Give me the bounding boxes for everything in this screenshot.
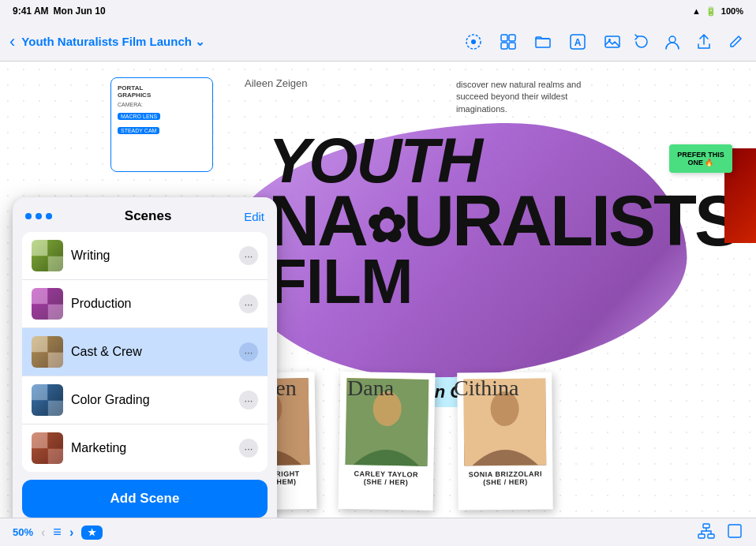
toolbar-right <box>630 31 747 53</box>
grid-icon[interactable] <box>497 31 519 53</box>
scene-item-color-grading[interactable]: Color Grading ··· <box>22 376 268 424</box>
list-icon[interactable]: ≡ <box>53 524 62 540</box>
scene-name-color-grading: Color Grading <box>71 393 231 407</box>
cast-name-2: CARLEY TAYLOR(SHE / HER) <box>345 469 427 487</box>
scene-item-writing[interactable]: Writing ··· <box>22 232 268 280</box>
film-title-naturalists: NA✿URALISTS <box>268 189 739 253</box>
scene-thumb-production <box>32 288 63 320</box>
description-text: discover new natural realms and succeed … <box>456 79 582 115</box>
scenes-dot-2 <box>36 213 42 219</box>
star-badge[interactable]: ★ <box>81 525 103 540</box>
film-title-film: FILM <box>268 253 739 310</box>
scenes-dot-1 <box>25 213 32 219</box>
zoom-level[interactable]: 50% <box>13 526 33 538</box>
bottom-bar-right <box>698 522 743 543</box>
sticky-note: PREFER THIS ONE 🔥 <box>669 144 732 173</box>
svg-rect-19 <box>708 534 714 538</box>
svg-rect-5 <box>509 43 515 49</box>
svg-rect-3 <box>509 35 515 41</box>
text-icon[interactable]: A <box>567 31 589 53</box>
scenes-panel: Scenes Edit Writing ··· <box>13 197 277 529</box>
toolbar-left: ‹ Youth Naturalists Film Launch ⌄ <box>9 32 456 52</box>
toolbar-center: A <box>462 31 623 53</box>
signature-2: Dana <box>347 376 394 401</box>
scene-item-marketing[interactable]: Marketing ··· <box>22 424 268 472</box>
svg-rect-2 <box>501 35 507 41</box>
scene-item-cast-crew[interactable]: Cast & Crew ··· <box>22 328 268 376</box>
bottom-bar: 50% ‹ ≡ › ★ <box>0 518 756 546</box>
sticky-note-text: PREFER THIS ONE 🔥 <box>677 151 724 166</box>
hierarchy-icon[interactable] <box>698 522 715 543</box>
status-bar-left: 9:41 AM Mon Jun 10 <box>13 6 106 17</box>
scenes-list: Writing ··· Production ··· <box>22 232 268 472</box>
scene-more-cast-crew[interactable]: ··· <box>239 342 258 361</box>
canvas-card-1: PORTALGRAPHICS CAMERA: MACRO LENS STEADY… <box>110 77 213 172</box>
back-button[interactable]: ‹ <box>9 32 15 52</box>
image-icon[interactable] <box>601 31 623 53</box>
next-page-button[interactable]: › <box>69 525 73 540</box>
name-label: Aileen Zeigen <box>245 77 308 89</box>
folder-icon[interactable] <box>532 31 554 53</box>
scene-more-marketing[interactable]: ··· <box>239 439 258 458</box>
scenes-edit-button[interactable]: Edit <box>244 210 264 223</box>
share-icon[interactable] <box>693 31 715 53</box>
scenes-header: Scenes Edit <box>13 197 277 232</box>
status-date: Mon Jun 10 <box>54 6 106 17</box>
square-icon[interactable] <box>726 522 743 543</box>
bottom-bar-left: 50% ‹ ≡ › ★ <box>13 524 103 540</box>
status-bar-right: ▲ 🔋 100% <box>692 6 743 17</box>
svg-rect-18 <box>698 534 705 538</box>
scene-name-marketing: Marketing <box>71 441 231 455</box>
status-bar: 9:41 AM Mon Jun 10 ▲ 🔋 100% <box>0 0 756 22</box>
project-title: Youth Naturalists Film Launch <box>21 35 192 48</box>
scene-more-color-grading[interactable]: ··· <box>239 391 258 410</box>
people-icon[interactable] <box>661 31 683 53</box>
add-scene-button[interactable]: Add Scene <box>22 480 268 518</box>
toolbar-title: Youth Naturalists Film Launch ⌄ <box>21 35 205 49</box>
scene-name-production: Production <box>71 297 231 311</box>
svg-rect-8 <box>605 36 619 47</box>
scene-more-writing[interactable]: ··· <box>239 246 258 265</box>
scene-item-production[interactable]: Production ··· <box>22 280 268 328</box>
pencil-icon[interactable] <box>724 31 747 53</box>
svg-rect-20 <box>728 525 741 537</box>
scene-thumb-writing <box>32 240 63 271</box>
svg-text:A: A <box>574 37 582 48</box>
battery-icon: 🔋 <box>705 6 717 17</box>
scene-thumb-color-grading <box>32 384 63 416</box>
status-time: 9:41 AM <box>13 6 49 17</box>
svg-point-10 <box>669 36 676 43</box>
scenes-dots <box>25 213 52 219</box>
toolbar: ‹ Youth Naturalists Film Launch ⌄ <box>0 22 756 62</box>
prev-page-button[interactable]: ‹ <box>41 525 45 540</box>
scenes-title: Scenes <box>52 208 244 224</box>
svg-rect-4 <box>501 43 507 49</box>
lasso-icon[interactable] <box>462 31 485 53</box>
wifi-icon: ▲ <box>692 6 701 16</box>
scene-more-production[interactable]: ··· <box>239 294 258 313</box>
scene-thumb-marketing <box>32 432 63 464</box>
scene-name-cast-crew: Cast & Crew <box>71 345 231 359</box>
svg-rect-17 <box>703 524 709 528</box>
undo-icon[interactable] <box>630 31 652 53</box>
scene-name-writing: Writing <box>71 249 231 263</box>
svg-point-1 <box>471 39 476 44</box>
signature-3: Cithina <box>454 376 518 401</box>
battery-level: 100% <box>721 6 743 16</box>
scenes-dot-3 <box>46 213 52 219</box>
scene-thumb-cast-crew <box>32 336 63 368</box>
dropdown-icon[interactable]: ⌄ <box>195 35 205 49</box>
cast-name-3: SONIA BRIZZOLARI(SHE / HER) <box>464 470 546 487</box>
